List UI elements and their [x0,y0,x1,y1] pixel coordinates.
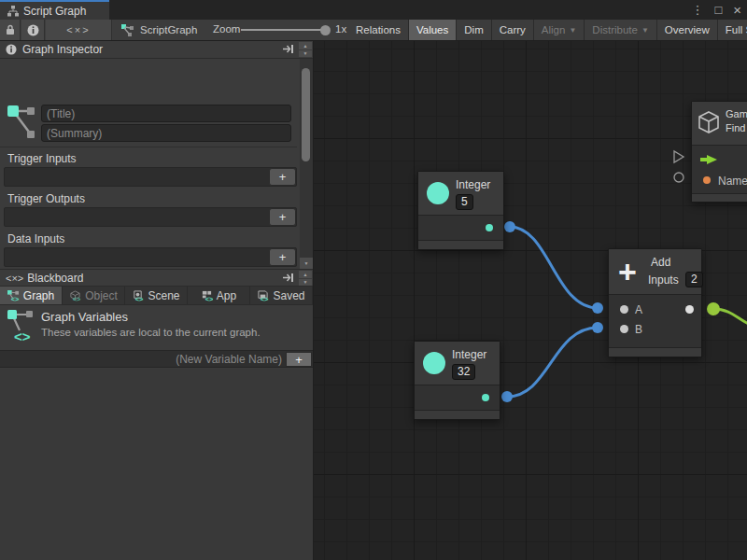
window-menu-icon[interactable]: ⋮ [691,0,703,20]
tab-object[interactable]: <> Object [63,287,125,304]
dim-button[interactable]: Dim [457,20,491,40]
tab-scene[interactable]: <> Scene [125,287,188,304]
info-icon [27,24,39,36]
trigger-outputs-list [4,207,297,227]
graph-breadcrumb[interactable]: ScriptGraph [121,20,197,40]
add-trigger-output-button[interactable]: + [269,208,296,226]
add-operator-icon: + [618,253,637,290]
script-graph-icon [121,24,134,36]
title-bar: Script Graph ⋮ □ × [0,0,747,20]
graph-variables-icon: <> [7,290,20,301]
integer-literal-icon [427,182,449,204]
node-title: Integer [452,348,486,361]
scroll-down-icon[interactable]: ▼ [300,258,313,269]
inputs-label: Inputs [648,273,679,287]
zoom-slider-track[interactable] [241,29,325,31]
node-gameobject-find[interactable]: Game Find Name [691,101,747,203]
close-icon[interactable]: × [733,0,741,20]
code-view-button[interactable]: <×> [46,20,112,40]
node-integer-32[interactable]: Integer 32 [414,341,500,420]
scroll-arrows[interactable]: ▲ ▼ [299,271,312,287]
inspector-toggle-button[interactable] [21,20,45,40]
output-port[interactable] [685,305,694,314]
dock-icon[interactable] [282,44,294,54]
name-input-port[interactable] [703,176,711,184]
tab-app[interactable]: <> App [188,287,250,304]
scroll-up-icon: ▲ [299,271,312,278]
toolbar: <×> ScriptGraph Zoom 1x Relations Values… [0,20,747,41]
saved-floppy-icon: <> [257,290,269,301]
trigger-input-port[interactable] [700,158,707,161]
zoom-slider-handle[interactable] [320,25,331,35]
scroll-arrows[interactable]: ▲ ▼ [299,42,312,58]
relations-button[interactable]: Relations [348,20,409,40]
tab-script-graph[interactable]: Script Graph [0,0,109,20]
node-title-line2: Find [726,122,747,133]
zoom-label: Zoom [213,23,240,35]
graph-inspector-header[interactable]: Graph Inspector ▲ ▼ [0,41,313,59]
blackboard-tab-strip: <> Graph <> Object <> Scene [0,287,313,305]
blackboard-title: Blackboard [27,272,83,285]
values-button[interactable]: Values [409,20,457,40]
inspector-scrollbar[interactable]: ▼ [300,59,313,269]
scroll-down-icon: ▼ [299,279,312,287]
graph-asset-icon [7,103,38,142]
align-button[interactable]: Align▼ [534,20,585,40]
port-a-label: A [635,303,642,316]
full-screen-button[interactable]: Full Screen [718,20,747,40]
tab-graph[interactable]: <> Graph [0,287,63,304]
graph-inspector-title: Graph Inspector [22,43,103,56]
graph-variables-icon: <> [7,308,35,345]
graph-title-input[interactable] [41,105,291,122]
object-cube-icon: <> [69,290,81,301]
blackboard-header[interactable]: <×> Blackboard ▲ ▼ [0,269,313,287]
add-data-input-button[interactable]: + [269,248,296,266]
output-port[interactable] [486,224,493,231]
input-port-a[interactable] [620,305,628,314]
new-variable-input[interactable] [4,352,282,367]
trigger-inputs-label: Trigger Inputs [7,152,77,165]
svg-text:<>: <> [73,295,81,301]
svg-text:<>: <> [14,329,31,344]
chevron-down-icon: ▼ [641,26,649,35]
graph-summary-input[interactable] [41,124,291,142]
maximize-icon[interactable]: □ [714,0,722,20]
info-icon [6,44,17,55]
distribute-button[interactable]: Distribute▼ [585,20,657,40]
tab-saved[interactable]: <> Saved [250,287,313,304]
new-variable-row: + [0,350,313,368]
add-trigger-input-button[interactable]: + [269,168,296,186]
inputs-count-field[interactable]: 2 [685,272,703,287]
tab-title: Script Graph [23,5,86,18]
overview-button[interactable]: Overview [657,20,718,40]
input-port-b[interactable] [620,325,628,333]
graph-canvas[interactable]: Integer 5 Integer 32 + Add [314,41,747,560]
graph-variables-description: These variables are local to the current… [41,327,261,338]
data-inputs-label: Data Inputs [7,232,64,245]
node-integer-5[interactable]: Integer 5 [417,171,504,250]
svg-text:<>: <> [11,295,20,301]
integer-literal-icon [423,352,445,374]
gameobject-cube-icon [698,111,720,135]
integer-value-field[interactable]: 5 [456,194,473,210]
svg-text:<>: <> [261,295,269,301]
scrollbar-thumb[interactable] [302,68,310,161]
trigger-port-outline-icon [674,151,684,162]
trigger-inputs-list [4,167,297,187]
dock-icon[interactable] [282,273,294,283]
lock-icon [6,24,15,35]
svg-text:<>: <> [135,295,144,301]
name-port-label: Name [718,175,747,188]
carry-button[interactable]: Carry [492,20,534,40]
lock-button[interactable] [0,20,21,40]
output-port[interactable] [482,394,489,401]
node-title: Add [651,256,670,269]
node-add[interactable]: + Add Inputs 2 A B [608,248,702,357]
value-port-outline-icon [674,173,684,182]
scroll-up-icon: ▲ [299,42,312,49]
add-variable-button[interactable]: + [286,352,312,367]
trigger-outputs-label: Trigger Outputs [7,192,85,205]
zoom-value: 1x [335,23,346,35]
integer-value-field[interactable]: 32 [452,364,475,380]
node-title-line1: Game [726,108,747,119]
